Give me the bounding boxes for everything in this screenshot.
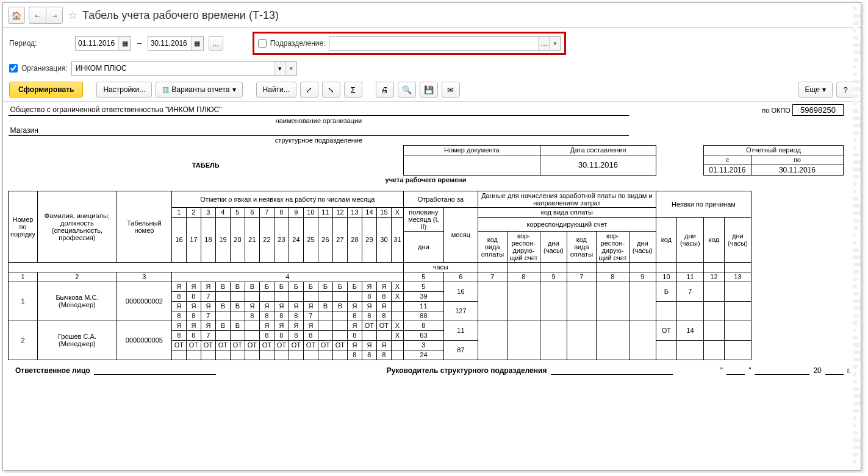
subdivision-input[interactable]: … × bbox=[329, 36, 561, 51]
okpo-label: по ОКПО bbox=[751, 105, 792, 116]
organization-label: Организация: bbox=[21, 64, 68, 73]
report-subtitle: учета рабочего времени bbox=[9, 175, 844, 185]
generate-button[interactable]: Сформировать bbox=[9, 82, 83, 98]
home-button[interactable]: 🏠 bbox=[8, 7, 25, 24]
okpo-value: 59698250 bbox=[792, 105, 843, 116]
subdivision-label: Подразделение: bbox=[270, 39, 326, 48]
head-label: Руководитель структурного подразделения bbox=[387, 366, 547, 375]
department: Магазин bbox=[9, 126, 629, 136]
settings-button[interactable]: Настройки... bbox=[96, 82, 152, 98]
preview-icon[interactable]: 🔍 bbox=[398, 82, 416, 98]
date-from-input[interactable]: ▦ bbox=[75, 36, 131, 51]
date-from-field[interactable] bbox=[76, 38, 118, 49]
subdivision-highlight: Подразделение: … × bbox=[253, 32, 567, 55]
period-label: Период: bbox=[9, 39, 70, 48]
clear-icon[interactable]: × bbox=[285, 62, 296, 75]
table-row: 2Грошев С.А. (Менеджер)0000000005ЯЯЯВВЯЯ… bbox=[9, 321, 844, 330]
help-button[interactable]: ? bbox=[836, 82, 855, 98]
sum-icon[interactable]: Σ bbox=[344, 82, 362, 98]
table-row: 1Бычкова М.С. (Менеджер)0000000002ЯЯЯВВВ… bbox=[9, 282, 844, 291]
org-full-name: Общество с ограниченной ответственностью… bbox=[9, 105, 629, 116]
dash: – bbox=[137, 39, 142, 48]
report-title: ТАБЕЛЬ bbox=[9, 155, 404, 175]
report-area: Общество с ограниченной ответственностью… bbox=[3, 102, 861, 471]
clear-icon[interactable]: × bbox=[549, 37, 560, 50]
expand-icon[interactable]: ⤢ bbox=[300, 82, 318, 98]
calendar-icon[interactable]: ▦ bbox=[191, 37, 203, 50]
report-table: Общество с ограниченной ответственностью… bbox=[8, 104, 844, 360]
print-icon[interactable]: 🖨 bbox=[376, 82, 394, 98]
forward-button[interactable]: → bbox=[46, 7, 63, 24]
favorite-star-icon[interactable]: ☆ bbox=[68, 9, 77, 22]
signature-line bbox=[94, 366, 216, 375]
email-icon[interactable]: ✉ bbox=[442, 82, 460, 98]
more-button[interactable]: Еще ▾ bbox=[798, 82, 833, 98]
date-to-input[interactable]: ▦ bbox=[148, 36, 204, 51]
collapse-icon[interactable]: ⤡ bbox=[322, 82, 340, 98]
save-icon[interactable]: 💾 bbox=[420, 82, 438, 98]
ellipsis-icon[interactable]: … bbox=[538, 37, 549, 50]
dropdown-icon[interactable]: ▾ bbox=[274, 62, 285, 75]
organization-field[interactable] bbox=[72, 63, 274, 74]
find-button[interactable]: Найти... bbox=[256, 82, 296, 98]
signature-line bbox=[551, 366, 673, 375]
back-button[interactable]: ← bbox=[29, 7, 46, 24]
organization-input[interactable]: ▾ × bbox=[71, 61, 297, 76]
organization-checkbox[interactable] bbox=[9, 64, 18, 73]
subdivision-checkbox[interactable] bbox=[258, 39, 267, 48]
date-to-field[interactable] bbox=[148, 38, 191, 49]
report-variants-button[interactable]: ▥Варианты отчета ▾ bbox=[156, 82, 242, 98]
calendar-icon[interactable]: ▦ bbox=[118, 37, 131, 50]
responsible-label: Ответственное лицо bbox=[15, 366, 90, 375]
page-title: Табель учета рабочего времени (Т-13) bbox=[82, 9, 279, 22]
period-ellipsis-button[interactable]: ... bbox=[209, 36, 223, 51]
